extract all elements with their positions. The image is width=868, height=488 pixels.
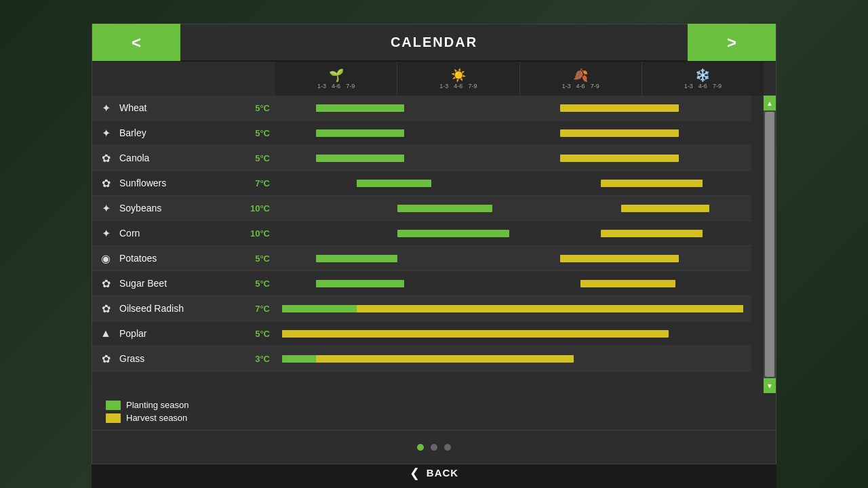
wheat-icon: ✦ bbox=[92, 102, 119, 115]
crop-row-canola: ✿ Canola 5°C bbox=[92, 146, 275, 171]
chart-area bbox=[275, 96, 751, 393]
barley-temp: 5°C bbox=[235, 128, 275, 138]
soybeans-plant-bar bbox=[397, 205, 492, 212]
chart-row-wheat bbox=[275, 96, 751, 121]
wheat-harvest-bar bbox=[560, 104, 679, 112]
barley-icon: ✦ bbox=[92, 127, 119, 140]
barley-plant-bar bbox=[316, 129, 404, 137]
sunflowers-harvest-bar bbox=[601, 180, 703, 187]
prev-button[interactable]: < bbox=[92, 24, 180, 61]
scroll-up-button[interactable]: ▲ bbox=[764, 96, 776, 110]
winter-icon: ❄️ bbox=[695, 68, 710, 83]
chart-row-sugarbeet bbox=[275, 271, 751, 296]
potatoes-icon: ◉ bbox=[92, 252, 119, 265]
chart-row-corn bbox=[275, 221, 751, 246]
chart-row-grass bbox=[275, 346, 751, 371]
soybeans-name: Soybeans bbox=[119, 203, 235, 214]
modal-title: CALENDAR bbox=[180, 35, 688, 50]
wheat-temp: 5°C bbox=[235, 103, 275, 113]
season-winter: ❄️ 1-34-67-9 bbox=[642, 62, 764, 96]
potatoes-plant-bar bbox=[316, 255, 397, 262]
wheat-name: Wheat bbox=[119, 102, 235, 113]
planting-label: Planting season bbox=[126, 400, 189, 410]
crop-row-oilseed: ✿ Oilseed Radish 7°C bbox=[92, 296, 275, 321]
canola-harvest-bar bbox=[560, 155, 679, 162]
crop-list: ✦ Wheat 5°C ✦ Barley 5°C ✿ Canola 5°C bbox=[92, 96, 275, 393]
crop-row-wheat: ✦ Wheat 5°C bbox=[92, 96, 275, 121]
wheat-plant-bar bbox=[316, 104, 404, 112]
potatoes-harvest-bar bbox=[560, 255, 679, 262]
dot-2[interactable] bbox=[431, 444, 437, 451]
crop-row-potatoes: ◉ Potatoes 5°C bbox=[92, 246, 275, 271]
sugarbeet-plant-bar bbox=[316, 280, 404, 287]
chart-row-sunflowers bbox=[275, 171, 751, 196]
barley-harvest-bar bbox=[560, 129, 679, 137]
canola-temp: 5°C bbox=[235, 153, 275, 163]
corn-icon: ✦ bbox=[92, 227, 119, 240]
potatoes-name: Potatoes bbox=[119, 253, 235, 264]
grass-harvest-bar bbox=[316, 355, 574, 363]
modal-header: < CALENDAR > bbox=[92, 24, 776, 62]
chart-row-potatoes bbox=[275, 246, 751, 271]
dot-1[interactable] bbox=[417, 444, 424, 451]
dot-3[interactable] bbox=[444, 444, 451, 451]
chart-row-canola bbox=[275, 146, 751, 171]
autumn-subs: 1-34-67-9 bbox=[562, 83, 599, 89]
chart-row-poplar bbox=[275, 321, 751, 346]
season-autumn: 🍂 1-34-67-9 bbox=[520, 62, 642, 96]
poplar-temp: 5°C bbox=[235, 329, 275, 339]
pagination-dots bbox=[92, 430, 776, 464]
crop-row-corn: ✦ Corn 10°C bbox=[92, 221, 275, 246]
sunflowers-name: Sunflowers bbox=[119, 178, 235, 188]
grass-temp: 3°C bbox=[235, 354, 275, 364]
chart-row-oilseed bbox=[275, 296, 751, 321]
oilseed-temp: 7°C bbox=[235, 304, 275, 314]
sugarbeet-temp: 5°C bbox=[235, 279, 275, 289]
poplar-harvest-bar bbox=[282, 330, 669, 338]
scrollbar[interactable]: ▲ ▼ bbox=[764, 96, 776, 393]
scrollbar-thumb[interactable] bbox=[765, 112, 774, 377]
summer-icon: ☀️ bbox=[451, 68, 466, 83]
crop-row-grass: ✿ Grass 3°C bbox=[92, 346, 275, 371]
scroll-down-button[interactable]: ▼ bbox=[764, 378, 776, 393]
corn-name: Corn bbox=[119, 228, 235, 239]
chart-row-barley bbox=[275, 121, 751, 146]
canola-name: Canola bbox=[119, 152, 235, 163]
spring-subs: 1-34-67-9 bbox=[317, 83, 355, 89]
poplar-name: Poplar bbox=[119, 328, 235, 339]
sunflowers-plant-bar bbox=[357, 180, 431, 187]
oilseed-harvest-bar bbox=[357, 305, 743, 312]
back-label: BACK bbox=[427, 467, 458, 479]
soybeans-temp: 10°C bbox=[235, 203, 275, 214]
oilseed-name: Oilseed Radish bbox=[119, 303, 235, 314]
crop-row-barley: ✦ Barley 5°C bbox=[92, 121, 275, 146]
harvest-label: Harvest season bbox=[126, 413, 187, 423]
winter-subs: 1-34-67-9 bbox=[684, 83, 722, 89]
soybeans-icon: ✦ bbox=[92, 202, 119, 215]
legend: Planting season Harvest season bbox=[92, 393, 776, 430]
corn-temp: 10°C bbox=[235, 228, 275, 239]
poplar-icon: ▲ bbox=[92, 327, 119, 340]
crop-row-soybeans: ✦ Soybeans 10°C bbox=[92, 196, 275, 221]
crop-row-poplar: ▲ Poplar 5°C bbox=[92, 321, 275, 346]
soybeans-harvest-bar bbox=[621, 205, 709, 212]
corn-plant-bar bbox=[397, 230, 509, 237]
sugarbeet-icon: ✿ bbox=[92, 277, 119, 290]
sunflowers-temp: 7°C bbox=[235, 178, 275, 188]
canola-plant-bar bbox=[316, 155, 404, 162]
summer-subs: 1-34-67-9 bbox=[439, 83, 477, 89]
next-button[interactable]: > bbox=[688, 24, 776, 61]
potatoes-temp: 5°C bbox=[235, 253, 275, 264]
crop-row-sugarbeet: ✿ Sugar Beet 5°C bbox=[92, 271, 275, 296]
calendar-modal: < CALENDAR > 🌱 1-34-67-9 ☀️ 1-34-67-9 🍂 bbox=[92, 24, 776, 464]
canola-icon: ✿ bbox=[92, 152, 119, 165]
spring-icon: 🌱 bbox=[329, 68, 344, 83]
crop-row-sunflowers: ✿ Sunflowers 7°C bbox=[92, 171, 275, 196]
harvest-color-swatch bbox=[106, 413, 121, 423]
grass-name: Grass bbox=[119, 353, 235, 364]
sugarbeet-harvest-bar bbox=[580, 280, 675, 287]
chart-row-soybeans bbox=[275, 196, 751, 221]
season-summer: ☀️ 1-34-67-9 bbox=[397, 62, 519, 96]
planting-color-swatch bbox=[106, 401, 121, 410]
season-spring: 🌱 1-34-67-9 bbox=[275, 62, 397, 96]
